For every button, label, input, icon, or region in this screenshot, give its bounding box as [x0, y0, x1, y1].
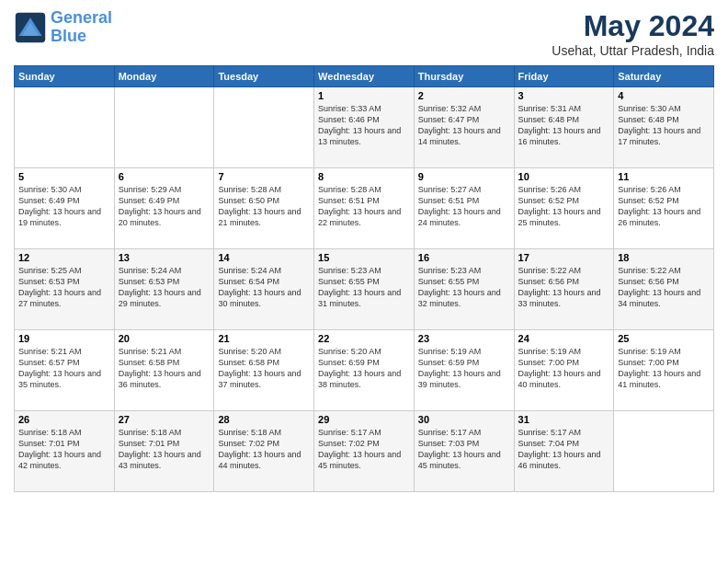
col-wednesday: Wednesday	[314, 66, 415, 87]
day-cell: 21 Sunrise: 5:20 AM Sunset: 6:58 PM Dayl…	[214, 330, 314, 411]
day-number: 31	[518, 414, 610, 425]
day-info: Sunrise: 5:24 AM Sunset: 6:53 PM Dayligh…	[119, 265, 210, 310]
calendar-body: 1 Sunrise: 5:33 AM Sunset: 6:46 PM Dayli…	[15, 87, 714, 492]
day-number: 22	[318, 333, 410, 344]
day-cell: 10 Sunrise: 5:26 AM Sunset: 6:52 PM Dayl…	[514, 168, 614, 249]
logo-line1: General	[51, 8, 112, 27]
day-cell: 1 Sunrise: 5:33 AM Sunset: 6:46 PM Dayli…	[314, 87, 415, 168]
day-number: 24	[518, 333, 610, 344]
day-info: Sunrise: 5:28 AM Sunset: 6:50 PM Dayligh…	[218, 184, 310, 229]
col-tuesday: Tuesday	[214, 66, 314, 87]
day-info: Sunrise: 5:19 AM Sunset: 6:59 PM Dayligh…	[418, 346, 510, 391]
day-cell	[214, 87, 314, 168]
day-cell	[15, 87, 115, 168]
week-row-5: 26 Sunrise: 5:18 AM Sunset: 7:01 PM Dayl…	[15, 411, 714, 492]
day-number: 2	[418, 90, 510, 101]
day-info: Sunrise: 5:30 AM Sunset: 6:48 PM Dayligh…	[618, 103, 710, 148]
day-info: Sunrise: 5:19 AM Sunset: 7:00 PM Dayligh…	[518, 346, 610, 391]
day-number: 7	[218, 171, 310, 182]
day-cell: 7 Sunrise: 5:28 AM Sunset: 6:50 PM Dayli…	[214, 168, 314, 249]
day-info: Sunrise: 5:18 AM Sunset: 7:01 PM Dayligh…	[119, 427, 210, 472]
col-thursday: Thursday	[414, 66, 514, 87]
day-cell: 31 Sunrise: 5:17 AM Sunset: 7:04 PM Dayl…	[514, 411, 614, 492]
day-info: Sunrise: 5:18 AM Sunset: 7:02 PM Dayligh…	[218, 427, 310, 472]
day-cell: 23 Sunrise: 5:19 AM Sunset: 6:59 PM Dayl…	[414, 330, 514, 411]
day-number: 13	[119, 252, 210, 263]
subtitle: Usehat, Uttar Pradesh, India	[552, 43, 714, 58]
day-number: 1	[318, 90, 410, 101]
day-cell: 9 Sunrise: 5:27 AM Sunset: 6:51 PM Dayli…	[414, 168, 514, 249]
week-row-3: 12 Sunrise: 5:25 AM Sunset: 6:53 PM Dayl…	[15, 249, 714, 330]
day-number: 11	[618, 171, 710, 182]
day-cell	[614, 411, 714, 492]
day-info: Sunrise: 5:28 AM Sunset: 6:51 PM Dayligh…	[318, 184, 410, 229]
day-cell: 22 Sunrise: 5:20 AM Sunset: 6:59 PM Dayl…	[314, 330, 415, 411]
day-cell: 17 Sunrise: 5:22 AM Sunset: 6:56 PM Dayl…	[514, 249, 614, 330]
day-cell: 24 Sunrise: 5:19 AM Sunset: 7:00 PM Dayl…	[514, 330, 614, 411]
logo: General Blue	[14, 9, 112, 46]
main-title: May 2024	[552, 9, 714, 43]
col-sunday: Sunday	[15, 66, 115, 87]
day-cell: 11 Sunrise: 5:26 AM Sunset: 6:52 PM Dayl…	[614, 168, 714, 249]
logo-line2: Blue	[51, 27, 86, 45]
day-info: Sunrise: 5:17 AM Sunset: 7:02 PM Dayligh…	[318, 427, 410, 472]
day-info: Sunrise: 5:32 AM Sunset: 6:47 PM Dayligh…	[418, 103, 510, 148]
calendar-header: Sunday Monday Tuesday Wednesday Thursday…	[15, 66, 714, 87]
day-cell: 30 Sunrise: 5:17 AM Sunset: 7:03 PM Dayl…	[414, 411, 514, 492]
day-cell: 6 Sunrise: 5:29 AM Sunset: 6:49 PM Dayli…	[114, 168, 214, 249]
day-info: Sunrise: 5:29 AM Sunset: 6:49 PM Dayligh…	[119, 184, 210, 229]
col-monday: Monday	[114, 66, 214, 87]
day-info: Sunrise: 5:21 AM Sunset: 6:57 PM Dayligh…	[18, 346, 110, 391]
week-row-1: 1 Sunrise: 5:33 AM Sunset: 6:46 PM Dayli…	[15, 87, 714, 168]
day-cell: 19 Sunrise: 5:21 AM Sunset: 6:57 PM Dayl…	[15, 330, 115, 411]
day-info: Sunrise: 5:20 AM Sunset: 6:58 PM Dayligh…	[218, 346, 310, 391]
day-info: Sunrise: 5:26 AM Sunset: 6:52 PM Dayligh…	[518, 184, 610, 229]
day-number: 17	[518, 252, 610, 263]
day-info: Sunrise: 5:20 AM Sunset: 6:59 PM Dayligh…	[318, 346, 410, 391]
day-cell: 18 Sunrise: 5:22 AM Sunset: 6:56 PM Dayl…	[614, 249, 714, 330]
day-number: 3	[518, 90, 610, 101]
day-cell: 26 Sunrise: 5:18 AM Sunset: 7:01 PM Dayl…	[15, 411, 115, 492]
day-number: 20	[119, 333, 210, 344]
day-number: 28	[218, 414, 310, 425]
day-cell: 28 Sunrise: 5:18 AM Sunset: 7:02 PM Dayl…	[214, 411, 314, 492]
day-cell	[114, 87, 214, 168]
day-cell: 25 Sunrise: 5:19 AM Sunset: 7:00 PM Dayl…	[614, 330, 714, 411]
day-cell: 8 Sunrise: 5:28 AM Sunset: 6:51 PM Dayli…	[314, 168, 415, 249]
day-cell: 16 Sunrise: 5:23 AM Sunset: 6:55 PM Dayl…	[414, 249, 514, 330]
day-number: 6	[119, 171, 210, 182]
day-cell: 2 Sunrise: 5:32 AM Sunset: 6:47 PM Dayli…	[414, 87, 514, 168]
day-cell: 3 Sunrise: 5:31 AM Sunset: 6:48 PM Dayli…	[514, 87, 614, 168]
day-info: Sunrise: 5:26 AM Sunset: 6:52 PM Dayligh…	[618, 184, 710, 229]
day-number: 4	[618, 90, 710, 101]
col-saturday: Saturday	[614, 66, 714, 87]
day-number: 14	[218, 252, 310, 263]
day-info: Sunrise: 5:17 AM Sunset: 7:04 PM Dayligh…	[518, 427, 610, 472]
day-number: 25	[618, 333, 710, 344]
day-cell: 12 Sunrise: 5:25 AM Sunset: 6:53 PM Dayl…	[15, 249, 115, 330]
day-info: Sunrise: 5:22 AM Sunset: 6:56 PM Dayligh…	[518, 265, 610, 310]
day-number: 21	[218, 333, 310, 344]
day-cell: 5 Sunrise: 5:30 AM Sunset: 6:49 PM Dayli…	[15, 168, 115, 249]
day-number: 5	[18, 171, 110, 182]
calendar-table: Sunday Monday Tuesday Wednesday Thursday…	[14, 65, 714, 492]
col-friday: Friday	[514, 66, 614, 87]
day-info: Sunrise: 5:21 AM Sunset: 6:58 PM Dayligh…	[119, 346, 210, 391]
day-info: Sunrise: 5:33 AM Sunset: 6:46 PM Dayligh…	[318, 103, 410, 148]
day-info: Sunrise: 5:31 AM Sunset: 6:48 PM Dayligh…	[518, 103, 610, 148]
day-info: Sunrise: 5:27 AM Sunset: 6:51 PM Dayligh…	[418, 184, 510, 229]
day-info: Sunrise: 5:22 AM Sunset: 6:56 PM Dayligh…	[618, 265, 710, 310]
day-info: Sunrise: 5:25 AM Sunset: 6:53 PM Dayligh…	[18, 265, 110, 310]
day-number: 12	[18, 252, 110, 263]
day-number: 23	[418, 333, 510, 344]
page: General Blue May 2024 Usehat, Uttar Prad…	[0, 0, 728, 563]
day-info: Sunrise: 5:23 AM Sunset: 6:55 PM Dayligh…	[318, 265, 410, 310]
week-row-2: 5 Sunrise: 5:30 AM Sunset: 6:49 PM Dayli…	[15, 168, 714, 249]
day-info: Sunrise: 5:24 AM Sunset: 6:54 PM Dayligh…	[218, 265, 310, 310]
day-number: 16	[418, 252, 510, 263]
header: General Blue May 2024 Usehat, Uttar Prad…	[14, 9, 714, 58]
day-cell: 4 Sunrise: 5:30 AM Sunset: 6:48 PM Dayli…	[614, 87, 714, 168]
day-cell: 29 Sunrise: 5:17 AM Sunset: 7:02 PM Dayl…	[314, 411, 415, 492]
day-number: 15	[318, 252, 410, 263]
day-number: 27	[119, 414, 210, 425]
